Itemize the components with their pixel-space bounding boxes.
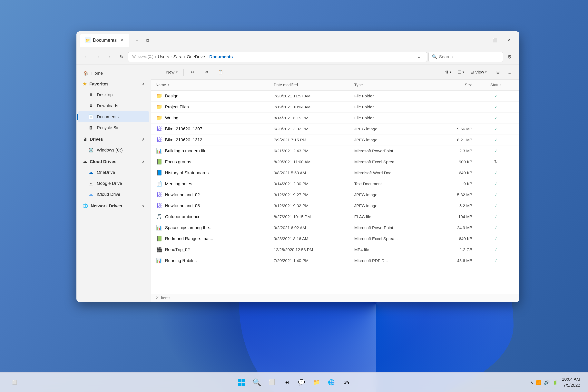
wifi-icon[interactable]: 📶 <box>536 380 542 385</box>
cloud-drives-header[interactable]: ☁ Cloud Drives ∧ <box>78 156 149 167</box>
breadcrumb-drive[interactable]: Windows (C:) <box>132 55 154 59</box>
file-count: 21 items <box>151 294 520 302</box>
address-bar[interactable]: Windows (C:) › Users › Sara › OneDrive ›… <box>128 52 427 62</box>
col-header-date[interactable]: Date modified <box>274 83 354 87</box>
close-button[interactable]: ✕ <box>502 31 516 49</box>
sidebar-item-onedrive[interactable]: ☁ OneDrive <box>78 167 149 178</box>
drives-header[interactable]: 🖥 Drives ∧ <box>78 134 149 145</box>
taskbar-start-button[interactable] <box>235 376 248 389</box>
file-row[interactable]: 📗 Focus groups 8/20/2021 11:00 AM Micros… <box>151 156 520 168</box>
breadcrumb-onedrive[interactable]: OneDrive <box>187 54 205 60</box>
breadcrumb-current[interactable]: Documents <box>209 54 233 60</box>
file-row[interactable]: 📊 Running Rubik... 7/20/2021 1:40 PM Mic… <box>151 255 520 266</box>
desktop-icon: 🖥 <box>88 92 94 98</box>
col-header-name[interactable]: Name ∧ <box>156 83 274 87</box>
sidebar-recycle-label: Recycle Bin <box>97 125 120 130</box>
file-size-cell: 1.2 GB <box>430 247 477 252</box>
up-button[interactable]: ↑ <box>105 52 115 62</box>
refresh-button[interactable]: ↻ <box>116 52 126 62</box>
google-drive-icon: △ <box>88 181 94 186</box>
file-row[interactable]: 📁 Writing 8/14/2021 6:15 PM File Folder … <box>151 112 520 124</box>
network-drives-header[interactable]: 🌐 Network Drives ∨ <box>78 201 149 211</box>
minimize-button[interactable]: ─ <box>474 31 488 49</box>
file-row[interactable]: 📁 Design 7/20/2021 11:57 AM File Folder … <box>151 90 520 102</box>
breadcrumb-user[interactable]: Sara <box>173 54 182 60</box>
file-row[interactable]: 🖼 Newfoundland_02 3/12/2021 9:27 PM JPEG… <box>151 189 520 200</box>
settings-button[interactable]: ⚙ <box>504 52 515 62</box>
taskbar-teams-button[interactable]: 💬 <box>295 376 308 389</box>
file-row[interactable]: 📊 Building a modern file... 6/21/2021 2:… <box>151 146 520 156</box>
search-input[interactable] <box>439 54 500 60</box>
file-row[interactable]: 📄 Meeting notes 9/14/2021 2:30 PM Text D… <box>151 178 520 189</box>
svg-rect-0 <box>238 379 242 382</box>
new-tab-button[interactable]: ＋ <box>133 36 141 44</box>
file-status-cell: ✓ <box>477 104 515 110</box>
file-row[interactable]: 📁 Project Files 7/19/2021 10:04 AM File … <box>151 102 520 112</box>
volume-icon[interactable]: 🔊 <box>544 380 550 385</box>
back-button[interactable]: ← <box>81 52 91 62</box>
copy-button[interactable]: ⧉ <box>200 67 213 77</box>
cloud-drives-chevron: ∧ <box>142 160 144 164</box>
battery-icon[interactable]: 🔋 <box>552 380 558 385</box>
sidebar-item-google-drive[interactable]: △ Google Drive <box>78 178 149 189</box>
file-row[interactable]: 📘 History of Skateboards 9/8/2021 5:53 A… <box>151 168 520 178</box>
file-status-cell: ✓ <box>477 258 515 263</box>
file-name-text: Focus groups <box>165 159 191 164</box>
file-row[interactable]: 📊 Spaceships among the... 9/2/2021 6:02 … <box>151 222 520 233</box>
col-header-type[interactable]: Type <box>354 83 430 87</box>
tab-close-button[interactable]: ✕ <box>119 38 124 43</box>
col-header-size[interactable]: Size <box>430 83 477 87</box>
file-row[interactable]: 🖼 Newfoundland_05 3/12/2021 9:32 PM JPEG… <box>151 200 520 211</box>
sidebar-item-desktop[interactable]: 🖥 Desktop <box>78 90 149 100</box>
window-tab[interactable]: 📁 Documents ✕ <box>80 34 129 47</box>
file-name-text: Running Rubik... <box>165 258 197 263</box>
taskbar-store-button[interactable]: 🛍 <box>340 376 353 389</box>
file-name-text: Newfoundland_05 <box>165 203 200 208</box>
file-row[interactable]: 🖼 Bike_210620_1312 7/9/2021 7:15 PM JPEG… <box>151 134 520 146</box>
more-options-button[interactable]: ... <box>504 67 515 77</box>
file-row[interactable]: 📗 Redmond Rangers triat... 9/28/2021 8:1… <box>151 233 520 244</box>
cut-button[interactable]: ✂ <box>186 67 198 77</box>
maximize-button[interactable]: ⬜ <box>488 31 502 49</box>
file-name-cell: 📗 Redmond Rangers triat... <box>156 235 274 242</box>
sidebar-item-windows-c[interactable]: 💽 Windows (C:) <box>78 145 149 156</box>
details-pane-button[interactable]: ⊟ <box>493 67 503 77</box>
taskbar-explorer-button[interactable]: 📁 <box>310 376 323 389</box>
new-button[interactable]: ＋ New ▾ <box>156 67 181 77</box>
tab-strip-button[interactable]: ⧉ <box>143 36 152 44</box>
file-status-cell: ✓ <box>477 170 515 176</box>
paste-button[interactable]: 📋 <box>214 67 227 77</box>
taskbar-edge-button[interactable]: 🌐 <box>324 376 338 389</box>
sidebar-item-recycle-bin[interactable]: 🗑 Recycle Bin <box>78 122 149 133</box>
favorites-header[interactable]: ★ Favorites ∧ <box>78 79 149 90</box>
sort-button[interactable]: ⇅ ▾ <box>442 67 454 77</box>
sidebar-item-documents[interactable]: 📄 Documents <box>78 111 149 122</box>
search-bar[interactable]: 🔍 <box>428 52 503 62</box>
sidebar-item-home[interactable]: 🏠 Home <box>78 68 149 79</box>
sidebar-downloads-label: Downloads <box>97 103 118 108</box>
file-status-cell: ✓ <box>477 148 515 154</box>
taskbar-task-view-button[interactable]: ⬜ <box>265 376 278 389</box>
network-drives-icon: 🌐 <box>83 204 88 208</box>
taskbar-clock[interactable]: 10:04 AM 7/5/2022 <box>562 376 580 388</box>
forward-button[interactable]: → <box>93 52 103 62</box>
documents-icon: 📄 <box>88 114 94 120</box>
file-type-icon: 📄 <box>156 180 163 188</box>
file-row[interactable]: 🖼 Bike_210620_1307 5/20/2021 3:02 PM JPE… <box>151 124 520 134</box>
view-button[interactable]: ⊞ View ▾ <box>468 67 490 77</box>
group-button[interactable]: ☰ ▾ <box>455 67 467 77</box>
taskbar-widgets-button[interactable]: ⊞ <box>280 376 293 389</box>
file-row[interactable]: 🎬 RoadTrip_02 12/28/2020 12:58 PM MP4 fi… <box>151 244 520 255</box>
sidebar-item-icloud-drive[interactable]: ☁ iCloud Drive <box>78 189 149 200</box>
file-date-cell: 9/8/2021 5:53 AM <box>274 170 354 175</box>
chevron-up-icon[interactable]: ∧ <box>530 380 533 385</box>
breadcrumb-users[interactable]: Users <box>158 54 169 60</box>
taskbar-search-button[interactable]: 🔍 <box>250 376 264 389</box>
file-row[interactable]: 🎵 Outdoor ambience 8/27/2021 10:15 PM FL… <box>151 211 520 222</box>
taskbar-show-desktop[interactable]: ⬜ <box>8 376 21 389</box>
col-header-status[interactable]: Status <box>477 83 515 87</box>
file-date-cell: 9/28/2021 8:16 AM <box>274 236 354 241</box>
sidebar-item-downloads[interactable]: ⬇ Downloads <box>78 100 149 111</box>
address-dropdown-button[interactable]: ⌄ <box>415 53 423 60</box>
status-check-icon: ✓ <box>494 138 498 142</box>
